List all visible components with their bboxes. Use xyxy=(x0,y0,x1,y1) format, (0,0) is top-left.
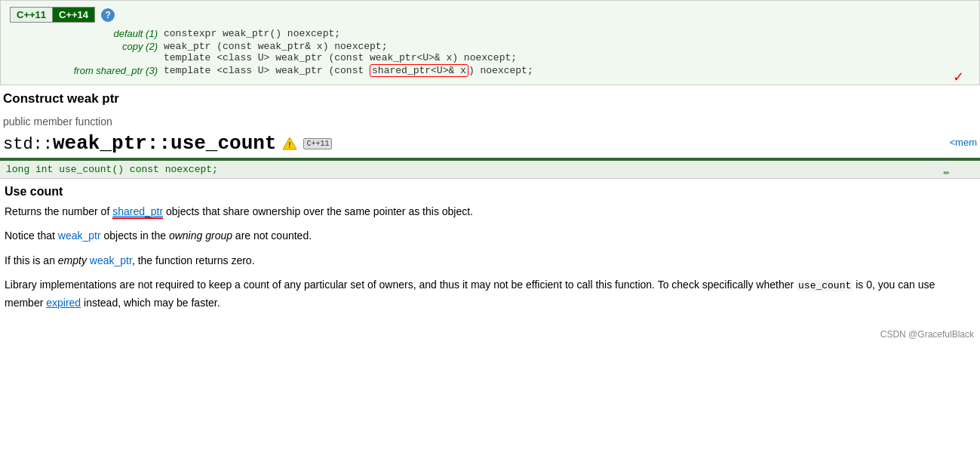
function-heading: std::weak_ptr::use_count ! C++11 <mem xyxy=(0,129,980,158)
weak-ptr-link-1[interactable]: weak_ptr xyxy=(58,229,101,242)
help-icon[interactable]: ? xyxy=(101,8,115,22)
use-count-inline: use_count xyxy=(797,280,853,291)
tab-cpp14[interactable]: C++14 xyxy=(52,7,95,23)
checkmark-icon: ✓ xyxy=(953,69,964,85)
ctor-code-shared: template <class U> weak_ptr (const share… xyxy=(161,64,970,77)
signature-text: long int use_count() const noexcept; xyxy=(6,164,218,175)
footer-attribution: CSDN @GracefulBlack xyxy=(0,326,980,343)
ctor-code-default: constexpr weak_ptr() noexcept; xyxy=(161,27,970,40)
svg-text:!: ! xyxy=(289,141,291,149)
tabs-row: C++11 C++14 ? xyxy=(10,7,970,23)
highlighted-shared-ptr: shared_ptr<U>& x xyxy=(370,64,468,77)
constructor-section: C++11 C++14 ? default (1) constexpr weak… xyxy=(0,0,980,85)
owning-group-text: owning group xyxy=(169,229,232,242)
ctor-row-copy: copy (2) weak_ptr (const weak_ptr& x) no… xyxy=(10,40,970,64)
ctor-label-copy: copy (2) xyxy=(10,40,161,64)
description-para-4: Library implementations are not required… xyxy=(5,276,975,311)
weak-ptr-link-2[interactable]: weak_ptr xyxy=(90,254,132,266)
empty-text: empty xyxy=(58,254,87,266)
pencil-icon[interactable]: ✏️ xyxy=(944,165,950,178)
cpp-badge: C++11 xyxy=(303,138,332,149)
warning-icon: ! xyxy=(282,136,297,151)
ctor-label-shared: from shared_ptr (3) xyxy=(10,64,161,77)
mem-link[interactable]: <mem xyxy=(950,137,977,148)
use-count-title: Use count xyxy=(5,185,975,199)
public-member-label: public member function xyxy=(3,115,977,128)
shared-ptr-link-1[interactable]: shared_ptr xyxy=(112,205,163,219)
function-prefix: std:: xyxy=(3,135,53,154)
tab-cpp11[interactable]: C++11 xyxy=(10,7,52,23)
ctor-code-copy: weak_ptr (const weak_ptr& x) noexcept; t… xyxy=(161,40,970,64)
function-full-name: std::weak_ptr::use_count xyxy=(3,132,276,155)
constructors-table: default (1) constexpr weak_ptr() noexcep… xyxy=(10,27,970,77)
section-title: Construct weak ptr xyxy=(3,85,980,111)
signature-bar: long int use_count() const noexcept; ✏️ xyxy=(0,159,980,179)
expired-link[interactable]: expired xyxy=(46,297,81,309)
description-para-3: If this is an empty weak_ptr, the functi… xyxy=(5,252,975,269)
content-area: Use count Returns the number of shared_p… xyxy=(0,179,980,323)
ctor-row-default: default (1) constexpr weak_ptr() noexcep… xyxy=(10,27,970,40)
description-para-2: Notice that weak_ptr objects in the owni… xyxy=(5,227,975,244)
description-para-1: Returns the number of shared_ptr objects… xyxy=(5,203,975,220)
ctor-label-default: default (1) xyxy=(10,27,161,40)
function-name-bold: weak_ptr::use_count xyxy=(53,132,276,155)
ctor-row-shared: from shared_ptr (3) template <class U> w… xyxy=(10,64,970,77)
